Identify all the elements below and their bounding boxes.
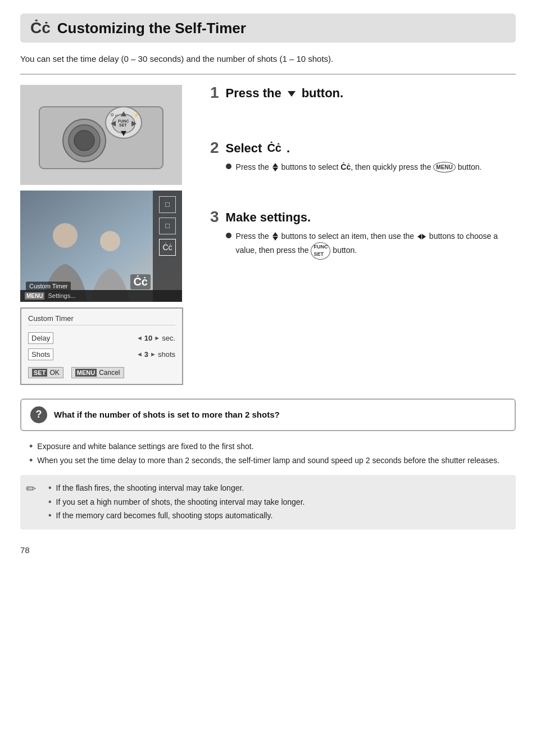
main-bullets-list: Exposure and white balance settings are … xyxy=(29,440,516,468)
right-steps-col: 1 Press the button. 2 Sel xyxy=(194,85,516,385)
note-bullet-1-text: If the flash fires, the shooting interva… xyxy=(56,482,244,494)
pencil-icon: ✏ xyxy=(26,482,36,496)
step-3-title-text: Make settings. xyxy=(226,210,311,225)
bullet-dot-1 xyxy=(226,164,231,169)
step-3-body: Press the buttons to select an item, the… xyxy=(226,230,516,260)
page-number: 78 xyxy=(20,545,516,555)
step-2-bullet-1: Press the buttons to select Ċċ, then qui… xyxy=(226,161,482,173)
settings-panel-title: Custom Timer xyxy=(28,314,175,325)
leftright-arrows xyxy=(417,234,426,239)
note-bullet-3-text: If the memory card becomes full, shootin… xyxy=(56,509,273,522)
updown-arrows-2 xyxy=(272,232,278,241)
note-bullet-2-text: If you set a high number of shots, the s… xyxy=(56,496,305,508)
shots-left-arrow: ◄ xyxy=(137,351,143,357)
step-1-block: 1 Press the button. xyxy=(210,85,516,106)
menu-badge: MENU xyxy=(75,369,97,377)
ok-label: OK xyxy=(49,369,59,377)
up-down-arrows xyxy=(272,163,278,171)
svg-point-3 xyxy=(74,130,94,151)
delay-value: ◄ 10 ► sec. xyxy=(137,334,175,342)
overlay-icon-timer: Ċċ xyxy=(159,239,176,256)
step-2-title-select: Select xyxy=(226,141,262,156)
cancel-label: Cancel xyxy=(99,369,120,377)
svg-text:⚡: ⚡ xyxy=(134,112,139,117)
delay-unit: sec. xyxy=(162,334,175,342)
page-header: Ċċ Customizing the Self-Timer xyxy=(20,13,516,43)
section-divider xyxy=(20,74,516,75)
step-2-bullet-text: Press the buttons to select Ċċ, then qui… xyxy=(236,161,482,173)
delay-right-arrow: ► xyxy=(154,334,160,341)
step-3-block: 3 Make settings. Press the buttons to se… xyxy=(210,209,516,262)
note-box: ✏ If the flash fires, the shooting inter… xyxy=(20,475,516,529)
step-1-title-text: Press the xyxy=(226,86,281,101)
menu-badge-inline: MENU xyxy=(433,162,455,173)
menu-badge-menu: MENU xyxy=(25,292,44,300)
steps-area: ISO FUNC SET ⚙ ⚡ xyxy=(20,85,516,385)
step-2-block: 2 Select Ċċ . Press the xyxy=(210,140,516,175)
overlay-icon-2: □ xyxy=(159,218,176,234)
main-bullet-2-text: When you set the time delay to more than… xyxy=(37,454,499,467)
down-arrow-icon xyxy=(287,86,297,101)
step-3-bullet-text: Press the buttons to select an item, the… xyxy=(236,230,516,260)
photo-menu-bar: MENU Settings... xyxy=(20,290,182,302)
set-badge-inline: FUNCSET xyxy=(311,242,330,260)
set-badge: SET xyxy=(32,369,47,377)
step-2-title-dot: . xyxy=(287,141,290,156)
self-timer-header-icon: Ċċ xyxy=(30,19,51,37)
svg-text:SET: SET xyxy=(119,123,127,127)
step-1-number: 1 xyxy=(210,85,219,101)
main-bullet-1-text: Exposure and white balance settings are … xyxy=(37,440,253,452)
shots-right-arrow: ► xyxy=(150,351,156,357)
settings-panel: Custom Timer Delay ◄ 10 ► sec. Shots ◄ 3… xyxy=(20,307,183,385)
svg-point-16 xyxy=(53,223,78,248)
step-2-body: Press the buttons to select Ċċ, then qui… xyxy=(226,161,482,173)
question-box: ? What if the number of shots is set to … xyxy=(20,399,516,431)
photo-overlay-panel: □ □ Ċċ xyxy=(153,191,182,302)
step-3-title: Make settings. xyxy=(226,209,516,225)
settings-row-shots: Shots ◄ 3 ► shots xyxy=(28,346,175,363)
page-title: Customizing the Self-Timer xyxy=(57,20,246,37)
menu-settings-label: Settings... xyxy=(48,292,75,300)
shots-value: ◄ 3 ► shots xyxy=(137,350,175,359)
step-3-number: 3 xyxy=(210,209,219,225)
note-bullet-3: If the memory card becomes full, shootin… xyxy=(48,509,507,522)
step-1-title-button: button. xyxy=(302,86,344,101)
updown-arrows-icon xyxy=(271,162,281,171)
menu-cancel-button[interactable]: MENU Cancel xyxy=(71,367,124,378)
svg-point-17 xyxy=(100,231,120,251)
delay-left-arrow: ◄ xyxy=(137,334,143,341)
note-bullet-2: If you set a high number of shots, the s… xyxy=(48,496,507,508)
down-triangle-icon xyxy=(288,91,296,97)
shots-label: Shots xyxy=(28,348,53,360)
camera-screen-image: □ □ Ċċ Custom Timer Ċċ MENU Settings... xyxy=(20,191,182,302)
panel-buttons: SET OK MENU Cancel xyxy=(28,367,175,378)
camera-dial-image: ISO FUNC SET ⚙ ⚡ xyxy=(20,85,182,185)
main-bullet-1: Exposure and white balance settings are … xyxy=(29,440,516,453)
bullet-dot-2 xyxy=(226,233,231,238)
main-bullet-2: When you set the time delay to more than… xyxy=(29,454,516,467)
question-icon: ? xyxy=(30,406,47,423)
settings-row-delay: Delay ◄ 10 ► sec. xyxy=(28,330,175,346)
svg-text:FUNC: FUNC xyxy=(118,119,129,123)
delay-number: 10 xyxy=(144,334,152,342)
intro-text: You can set the time delay (0 – 30 secon… xyxy=(20,53,516,66)
step-2-number: 2 xyxy=(210,140,219,156)
delay-label: Delay xyxy=(28,332,53,344)
camera-dial-svg: ISO FUNC SET ⚙ ⚡ xyxy=(34,90,169,180)
step-3-bullet-1: Press the buttons to select an item, the… xyxy=(226,230,516,260)
photo-custom-timer-label: Custom Timer xyxy=(26,282,71,291)
set-ok-button[interactable]: SET OK xyxy=(28,367,63,378)
step-1-title: Press the button. xyxy=(226,85,344,101)
shots-unit: shots xyxy=(158,350,175,359)
left-images-col: ISO FUNC SET ⚙ ⚡ xyxy=(20,85,194,385)
photo-selected-icon: Ċċ xyxy=(130,274,151,289)
question-text: What if the number of shots is set to mo… xyxy=(54,410,280,419)
note-bullets-list: If the flash fires, the shooting interva… xyxy=(48,482,507,522)
overlay-icon-1: □ xyxy=(159,196,176,213)
note-bullet-1: If the flash fires, the shooting interva… xyxy=(48,482,507,494)
svg-text:⚙: ⚙ xyxy=(110,112,114,117)
self-timer-icon-title: Ċċ xyxy=(267,142,281,155)
step-2-title: Select Ċċ . xyxy=(226,140,482,156)
shots-number: 3 xyxy=(144,350,148,359)
timer-icon-inline: Ċċ xyxy=(340,162,351,171)
